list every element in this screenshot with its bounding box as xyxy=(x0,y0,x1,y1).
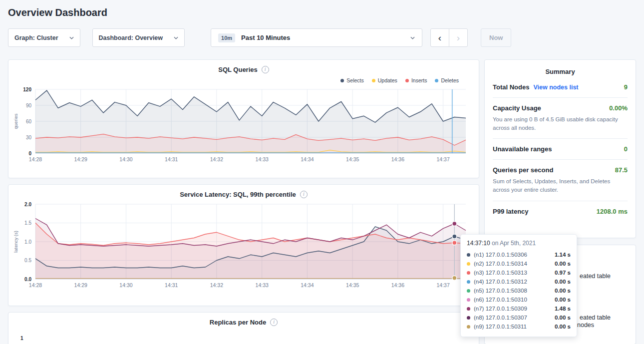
info-icon[interactable]: i xyxy=(262,66,269,73)
node-latency-value: 1.14 s xyxy=(555,252,571,258)
legend-dot-deletes xyxy=(435,79,438,82)
node-address: (n1) 127.0.0.1:50306 xyxy=(474,252,527,258)
svg-text:30: 30 xyxy=(26,135,32,140)
total-nodes-label: Total Nodes xyxy=(493,83,529,91)
sql-queries-chart-canvas[interactable]: 030609012014:2814:2914:3014:3114:3214:33… xyxy=(12,85,470,163)
tooltip-row-n7: (n7) 127.0.0.1:503091.48 s xyxy=(467,304,571,313)
tooltip-row-n8: (n8) 127.0.0.1:503070.00 s xyxy=(467,313,571,322)
legend-item-updates: Updates xyxy=(372,77,397,83)
node-address: (n3) 127.0.0.1:50313 xyxy=(474,270,527,276)
svg-text:14:32: 14:32 xyxy=(210,282,223,288)
svg-text:1.0: 1.0 xyxy=(24,239,31,245)
svg-text:14:30: 14:30 xyxy=(119,156,132,162)
event-item-fragment[interactable]: eated table xyxy=(580,314,611,321)
svg-text:14:29: 14:29 xyxy=(74,156,87,162)
total-nodes-row: Total Nodes View nodes list 9 xyxy=(493,83,628,91)
node-address: (n5) 127.0.0.1:50308 xyxy=(474,288,527,294)
p99-latency-row: P99 latency 1208.0 ms xyxy=(493,208,628,215)
node-color-dot xyxy=(467,262,470,266)
queries-per-second-label: Queries per second xyxy=(493,166,553,174)
node-color-dot xyxy=(467,289,470,293)
p99-latency-label: P99 latency xyxy=(493,208,529,215)
node-color-dot xyxy=(467,280,470,284)
node-latency-value: 1.48 s xyxy=(555,306,571,312)
tooltip-row-n6: (n6) 127.0.0.1:503100.00 s xyxy=(467,295,571,304)
time-range-dropdown[interactable]: 10m Past 10 Minutes xyxy=(211,28,422,47)
svg-text:14:37: 14:37 xyxy=(436,156,449,162)
dashboard-dropdown[interactable]: Dashboard: Overview xyxy=(92,28,185,47)
node-latency-value: 0.97 s xyxy=(555,270,571,276)
node-address: (n6) 127.0.0.1:50310 xyxy=(474,297,527,303)
now-button[interactable]: Now xyxy=(481,28,511,47)
svg-text:60: 60 xyxy=(26,119,32,124)
tooltip-date: on Apr 5th, 2021 xyxy=(492,240,536,247)
capacity-usage-value: 0.00% xyxy=(609,104,628,112)
svg-text:2.0: 2.0 xyxy=(24,202,31,207)
info-icon[interactable]: i xyxy=(270,319,278,326)
chevron-down-icon xyxy=(69,36,74,39)
divider xyxy=(493,159,628,160)
queries-per-second-row: Queries per second 87.5 xyxy=(493,166,628,174)
charts-column: SQL Queries i Selects Updates Inserts De… xyxy=(8,59,479,344)
svg-text:14:35: 14:35 xyxy=(346,282,359,288)
time-range-badge: 10m xyxy=(218,33,235,42)
legend-label: Updates xyxy=(378,77,397,83)
tooltip-time: 14:37:10 xyxy=(467,240,490,247)
event-item-fragment[interactable]: eated table xyxy=(580,273,611,280)
tooltip-node-list: (n1) 127.0.0.1:503061.14 s (n2) 127.0.0.… xyxy=(467,250,571,331)
legend-dot-inserts xyxy=(405,79,409,82)
event-item-fragment[interactable]: nodes xyxy=(577,322,594,329)
info-icon[interactable]: i xyxy=(300,191,308,198)
legend-item-selects: Selects xyxy=(340,77,363,83)
divider xyxy=(493,97,628,98)
node-latency-value: 0.00 s xyxy=(555,324,571,330)
dashboard-dropdown-label: Dashboard: Overview xyxy=(99,34,163,41)
legend-dot-updates xyxy=(372,79,375,82)
graph-dropdown[interactable]: Graph: Cluster xyxy=(8,28,80,47)
queries-per-second-description: Sum of Selects, Updates, Inserts, and De… xyxy=(493,177,628,194)
total-nodes-value: 9 xyxy=(624,83,628,91)
tooltip-row-n3: (n3) 127.0.0.1:503130.97 s xyxy=(467,268,571,277)
svg-text:90: 90 xyxy=(26,103,32,108)
legend-label: Deletes xyxy=(441,77,459,83)
node-color-dot xyxy=(467,325,470,329)
toolbar: Graph: Cluster Dashboard: Overview 10m P… xyxy=(8,28,636,47)
unavailable-ranges-row: Unavailable ranges 0 xyxy=(493,145,628,153)
divider xyxy=(493,201,628,201)
summary-heading: Summary xyxy=(493,68,628,75)
svg-text:latency (s): latency (s) xyxy=(13,231,18,253)
legend-dot-selects xyxy=(340,79,344,82)
svg-text:14:34: 14:34 xyxy=(301,156,314,162)
node-address: (n4) 127.0.0.1:50312 xyxy=(474,279,527,285)
node-latency-value: 0.00 s xyxy=(555,315,571,321)
queries-per-second-value: 87.5 xyxy=(615,166,628,174)
view-nodes-list-link[interactable]: View nodes list xyxy=(533,84,578,91)
node-latency-value: 0.00 s xyxy=(555,297,571,303)
chart-title: Service Latency: SQL, 99th percentile xyxy=(180,191,296,198)
svg-text:14:34: 14:34 xyxy=(301,282,314,288)
tooltip-row-n1: (n1) 127.0.0.1:503061.14 s xyxy=(467,250,571,259)
node-address: (n7) 127.0.0.1:50309 xyxy=(474,306,527,312)
capacity-usage-label: Capacity Usage xyxy=(493,104,541,112)
svg-text:0: 0 xyxy=(28,151,31,156)
time-next-button[interactable]: › xyxy=(449,28,468,47)
node-color-dot xyxy=(467,271,470,275)
node-address: (n9) 127.0.0.1:50311 xyxy=(474,324,527,330)
chevron-down-icon xyxy=(174,36,178,39)
tooltip-row-n4: (n4) 127.0.0.1:503120.00 s xyxy=(467,277,571,286)
time-range-group: 10m Past 10 Minutes ‹ › Now xyxy=(211,28,511,47)
node-color-dot xyxy=(467,298,470,302)
svg-text:14:30: 14:30 xyxy=(119,282,132,288)
svg-text:1.5: 1.5 xyxy=(24,220,31,226)
svg-text:14:35: 14:35 xyxy=(346,156,359,162)
svg-text:14:32: 14:32 xyxy=(210,156,223,162)
time-prev-button[interactable]: ‹ xyxy=(430,28,449,47)
node-latency-value: 0.00 s xyxy=(555,261,571,267)
chevron-down-icon xyxy=(410,36,415,39)
service-latency-chart-canvas[interactable]: 0.00.51.01.52.014:2814:2914:3014:3114:32… xyxy=(12,200,470,289)
divider xyxy=(493,138,628,139)
node-latency-value: 0.00 s xyxy=(555,279,571,285)
sql-queries-chart-card: SQL Queries i Selects Updates Inserts De… xyxy=(8,59,479,178)
svg-text:14:31: 14:31 xyxy=(165,156,178,162)
service-latency-title-row: Service Latency: SQL, 99th percentile i xyxy=(8,185,479,198)
